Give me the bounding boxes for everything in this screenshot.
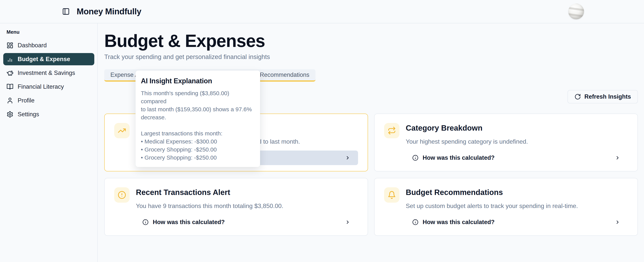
sidebar-item-label: Financial Literacy xyxy=(18,83,64,90)
tooltip-body: This month's spending ($3,850.00) compar… xyxy=(141,89,255,162)
bar-chart-icon xyxy=(6,56,14,63)
card-recent-transactions-alert: Recent Transactions Alert You have 9 tra… xyxy=(104,178,368,236)
sidebar-menu-label: Menu xyxy=(6,29,97,35)
alert-circle-icon xyxy=(114,187,130,203)
book-open-icon xyxy=(6,83,14,90)
card-category-breakdown: Category Breakdown Your highest spending… xyxy=(374,114,638,171)
page-title: Budget & Expenses xyxy=(104,32,638,50)
sidebar-item-settings[interactable]: Settings xyxy=(3,108,94,120)
sidebar-item-dashboard[interactable]: Dashboard xyxy=(3,39,94,51)
ai-insight-tooltip: AI Insight Explanation This month's spen… xyxy=(136,70,260,167)
card-title: Category Breakdown xyxy=(406,124,628,132)
sidebar-item-label: Budget & Expense xyxy=(18,56,70,63)
avatar[interactable] xyxy=(568,4,584,19)
card-subtitle: You have 9 transactions this month total… xyxy=(136,203,358,210)
chevron-right-icon xyxy=(615,220,620,225)
app-title: Money Mindfully xyxy=(77,7,141,16)
how-calculated-button[interactable]: How was this calculated? xyxy=(406,151,628,165)
trending-up-icon xyxy=(114,123,130,138)
sidebar-toggle-button[interactable] xyxy=(62,7,70,16)
card-title: Budget Recommendations xyxy=(406,188,628,197)
how-calculated-button[interactable]: How was this calculated? xyxy=(406,215,628,230)
panel-left-icon xyxy=(62,8,70,15)
bell-icon xyxy=(384,187,400,203)
page-subtitle: Track your spending and get personalized… xyxy=(104,53,638,60)
user-icon xyxy=(6,97,14,104)
piggy-bank-icon xyxy=(6,69,14,76)
refresh-insights-button[interactable]: Refresh Insights xyxy=(568,90,638,103)
dashboard-icon xyxy=(6,42,14,49)
refresh-icon xyxy=(574,93,581,100)
tooltip-title: AI Insight Explanation xyxy=(141,77,255,85)
sidebar-item-budget-expense[interactable]: Budget & Expense xyxy=(3,53,94,65)
how-calculated-button[interactable]: How was this calculated? xyxy=(136,215,358,230)
card-budget-recommendations: Budget Recommendations Set up custom bud… xyxy=(374,178,638,236)
chevron-right-icon xyxy=(615,155,620,161)
sidebar-item-financial-literacy[interactable]: Financial Literacy xyxy=(3,81,94,93)
info-icon xyxy=(412,219,418,225)
refresh-insights-label: Refresh Insights xyxy=(584,93,631,100)
app-header: Money Mindfully xyxy=(0,0,644,23)
sidebar-item-label: Settings xyxy=(18,111,39,118)
card-subtitle: Your highest spending category is undefi… xyxy=(406,138,628,145)
how-calculated-label: How was this calculated? xyxy=(423,219,495,226)
chevron-right-icon xyxy=(345,155,350,161)
card-title: Recent Transactions Alert xyxy=(136,188,358,197)
info-icon xyxy=(142,219,148,225)
card-subtitle: Set up custom budget alerts to track you… xyxy=(406,203,628,210)
sidebar-item-profile[interactable]: Profile xyxy=(3,94,94,107)
sidebar-item-investment-savings[interactable]: Investment & Savings xyxy=(3,67,94,79)
sidebar-item-label: Investment & Savings xyxy=(18,69,75,76)
sidebar-item-label: Dashboard xyxy=(18,42,47,49)
sidebar: Menu Dashboard Budget & Expense xyxy=(0,23,98,262)
how-calculated-label: How was this calculated? xyxy=(423,154,495,161)
info-icon xyxy=(412,155,418,161)
chevron-right-icon xyxy=(345,220,350,225)
repeat-icon xyxy=(384,123,400,138)
how-calculated-label: How was this calculated? xyxy=(153,219,225,226)
gear-icon xyxy=(6,111,14,118)
sidebar-item-label: Profile xyxy=(18,97,34,104)
